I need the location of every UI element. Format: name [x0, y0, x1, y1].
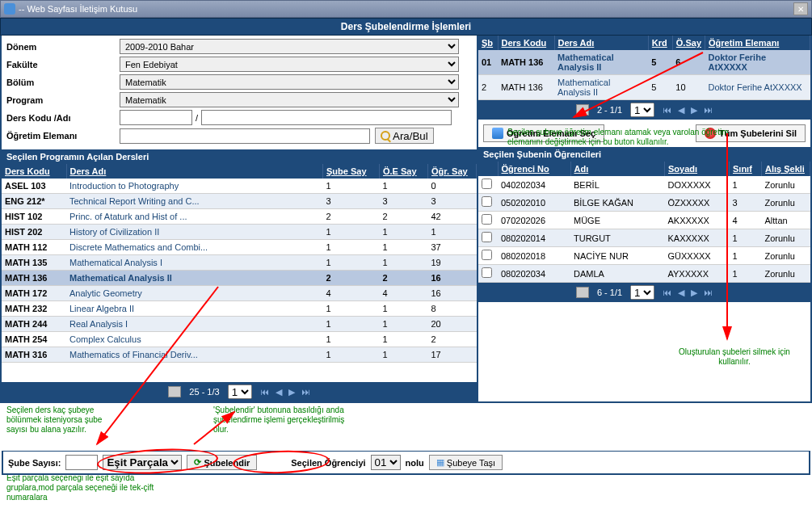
next-page-icon[interactable]: ▶ [288, 387, 295, 397]
student-row[interactable]: 080202014TURGUTKAXXXXX1Zorunlu [478, 229, 810, 247]
col-sb[interactable]: Şb [482, 38, 493, 48]
col-sec-ad[interactable]: Ders Adı [558, 38, 595, 48]
course-row[interactable]: MATH 232Linear Algebra II118 [2, 301, 477, 317]
courses-pager: 25 - 1/3 1 ⏮ ◀ ▶ ⏭ [2, 382, 477, 401]
nolu-select[interactable]: 01 [371, 455, 401, 470]
col-dersadi[interactable]: Ders Adı [70, 166, 107, 176]
col-osay[interactable]: Ö.Say [676, 38, 701, 48]
student-row[interactable]: 050202010BİLGE KAĞANÖZXXXXX3Zorunlu [478, 194, 810, 212]
col-ad[interactable]: Adı [574, 164, 589, 174]
student-row[interactable]: 070202026MÜGEAKXXXXX4Alttan [478, 212, 810, 229]
bolum-select[interactable]: Matematik [120, 74, 459, 90]
search-button[interactable]: Ara/Bul [375, 128, 434, 144]
student-row[interactable]: 040202034BERİLDOXXXXX1Zorunlu [478, 176, 810, 194]
course-row[interactable]: MATH 136Mathematical Analysis II2216 [2, 271, 477, 286]
last-page-icon[interactable]: ⏭ [704, 105, 713, 116]
last-page-icon[interactable]: ⏭ [704, 288, 713, 298]
subelendir-button[interactable]: ⟳Şubelendir [187, 455, 257, 470]
col-sinif[interactable]: Sınıf [733, 164, 752, 174]
print-icon[interactable] [576, 287, 589, 298]
first-page-icon[interactable]: ⏮ [260, 387, 269, 397]
course-row[interactable]: MATH 135Mathematical Analysis I1119 [2, 255, 477, 271]
course-row[interactable]: MATH 112Discrete Mathematics and Combi..… [2, 240, 477, 255]
course-row[interactable]: MATH 244Real Analysis I1120 [2, 317, 477, 332]
col-derskodu[interactable]: Ders Kodu [5, 166, 50, 176]
grid-icon: ▦ [436, 457, 444, 468]
courses-table: Ders Kodu Ders Adı Şube Say Ö.E Say Öğr.… [2, 164, 477, 363]
derskodu-label: Ders Kodu /Adı [6, 113, 120, 123]
print-icon[interactable] [576, 104, 589, 116]
sube-sayisi-label: Şube Sayısı: [8, 458, 61, 468]
course-row[interactable]: ENG 212*Technical Report Writing and C..… [2, 194, 477, 209]
donem-select[interactable]: 2009-2010 Bahar [120, 39, 459, 54]
hint-subelendir: 'Şubelendir' butonuna basıldığı anda şub… [213, 405, 359, 435]
sections-pager: 2 - 1/1 1 ⏮ ◀ ▶ ⏭ [478, 100, 810, 120]
page-select[interactable]: 1 [630, 103, 654, 117]
window-close-button[interactable]: ✕ [793, 2, 808, 15]
col-oe[interactable]: Öğretim Elemanı [709, 38, 779, 48]
pager-info: 2 - 1/1 [597, 105, 622, 115]
student-checkbox[interactable] [482, 232, 492, 242]
prev-page-icon[interactable]: ◀ [678, 105, 684, 116]
col-ogrsay[interactable]: Öğr. Say [431, 166, 468, 176]
course-row[interactable]: HIST 102Princ. of Ataturk and Hist of ..… [2, 209, 477, 225]
col-soyad[interactable]: Soyadı [668, 164, 697, 174]
hint-delete: Oluşturulan şubeleri silmek için kullanı… [674, 347, 795, 367]
bottom-toolbar: Şube Sayısı: Eşit Parçala ⟳Şubelendir Se… [2, 451, 810, 475]
page-select[interactable]: 1 [228, 384, 252, 399]
students-table: Öğrenci No Adı Soyadı Sınıf Alış Şekli 0… [478, 162, 810, 283]
program-select[interactable]: Matematik [120, 92, 459, 107]
hint-parcala: Eşit parçala seçeneği ile eşit sayıda gr… [6, 473, 168, 502]
pager-info: 6 - 1/1 [597, 288, 622, 297]
col-oesay[interactable]: Ö.E Say [383, 166, 417, 176]
fakulte-label: Fakülte [6, 60, 120, 69]
student-checkbox[interactable] [482, 250, 492, 260]
prev-page-icon[interactable]: ◀ [678, 288, 684, 298]
hint-assign: Seçilen şubeye öğretim elemanı atamak ve… [507, 128, 750, 147]
next-page-icon[interactable]: ▶ [691, 288, 697, 298]
student-row[interactable]: 080202018NACİYE NURGÜXXXXX1Zorunlu [478, 247, 810, 265]
slash-sep: / [196, 113, 198, 123]
sube-sayisi-input[interactable] [65, 455, 98, 470]
course-row[interactable]: MATH 254Complex Calculus112 [2, 332, 477, 347]
students-section-header: Seçilen Şubenin Öğrencileri [478, 147, 810, 162]
student-checkbox[interactable] [482, 267, 492, 278]
next-page-icon[interactable]: ▶ [691, 105, 697, 116]
prev-page-icon[interactable]: ◀ [276, 387, 282, 397]
col-ogrno[interactable]: Öğrenci No [502, 164, 549, 174]
last-page-icon[interactable]: ⏭ [301, 387, 310, 397]
donem-label: Dönem [6, 42, 120, 52]
course-row[interactable]: MATH 172Analytic Geometry4416 [2, 286, 477, 301]
print-icon[interactable] [168, 386, 181, 397]
search-icon [381, 131, 390, 141]
course-row[interactable]: ASEL 103Introduction to Photography110 [2, 179, 477, 194]
student-checkbox[interactable] [482, 196, 492, 207]
student-checkbox[interactable] [482, 214, 492, 225]
ogretim-elemani-input[interactable] [120, 128, 370, 144]
secilen-label: Seçilen Öğrenciyi [291, 458, 365, 468]
page-select[interactable]: 1 [630, 285, 654, 300]
section-row[interactable]: 2MATH 136Mathematical Analysis II510Dokt… [478, 75, 810, 100]
col-sec-kod[interactable]: Ders Kodu [502, 38, 547, 48]
assign-icon [492, 128, 503, 139]
ders-kodu-input[interactable] [120, 110, 192, 125]
col-alis[interactable]: Alış Şekli [765, 164, 805, 174]
col-krd[interactable]: Krd [652, 38, 667, 48]
fakulte-select[interactable]: Fen Edebiyat [120, 57, 459, 72]
page-title: Ders Şubelendirme İşlemleri [0, 18, 812, 36]
nolu-label: nolu [406, 458, 424, 468]
course-row[interactable]: MATH 316Mathematics of Financial Deriv..… [2, 347, 477, 363]
subeye-tasi-button[interactable]: ▦Şubeye Taşı [429, 455, 503, 470]
first-page-icon[interactable]: ⏮ [663, 288, 671, 298]
ders-adi-input[interactable] [201, 110, 452, 125]
first-page-icon[interactable]: ⏮ [663, 105, 671, 116]
student-row[interactable]: 080202034DAMLAAYXXXXX1Zorunlu [478, 265, 810, 283]
courses-section-header: Seçilen Programın Açılan Dersleri [2, 149, 477, 164]
parcala-select[interactable]: Eşit Parçala [103, 455, 182, 470]
col-subesay[interactable]: Şube Say [326, 166, 367, 176]
ogretim-label: Öğretim Elemanı [6, 131, 120, 141]
app-icon [4, 3, 15, 15]
student-checkbox[interactable] [482, 179, 492, 189]
course-row[interactable]: HIST 202History of Civilization II111 [2, 225, 477, 240]
section-row[interactable]: 01MATH 136Mathematical Analysis II56Dokt… [478, 50, 810, 75]
